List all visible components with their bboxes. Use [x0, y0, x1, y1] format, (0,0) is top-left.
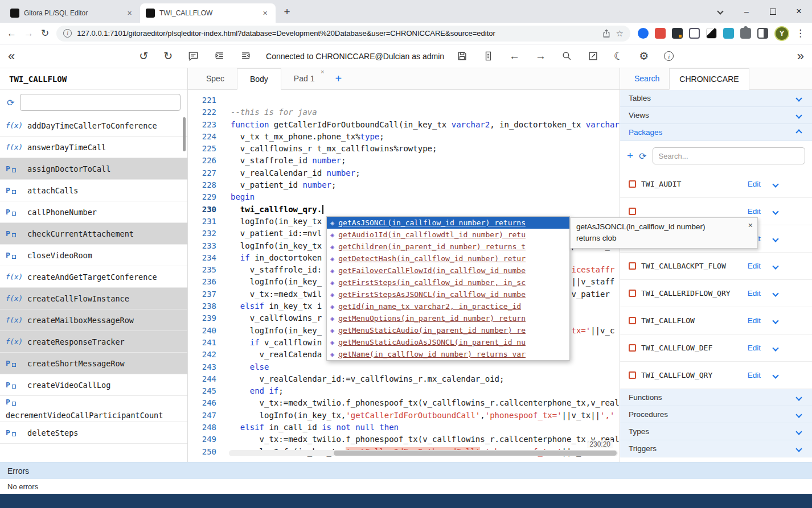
code-line[interactable]: 223function getCallerIdForOutboundCall(i…: [188, 119, 620, 131]
list-item[interactable]: f(x)createCallFlowInstance: [0, 288, 187, 309]
extension-b-icon[interactable]: [672, 28, 683, 39]
indent-right-icon[interactable]: [214, 51, 225, 61]
code-line[interactable]: 229begin: [188, 191, 620, 203]
code-line[interactable]: 243 else: [188, 361, 620, 373]
refresh-list-icon[interactable]: ⟳: [7, 97, 14, 108]
list-item[interactable]: PdecrementVideoCallParticipantCount: [0, 396, 187, 422]
autocomplete-item[interactable]: ◈getMenuOptions(in_parent_id number) ret…: [327, 312, 569, 324]
autocomplete-item[interactable]: ◈getChildren(in_parent_id number) return…: [327, 241, 569, 253]
package-row[interactable]: TWI_CALLFLOW_DEFEdit: [620, 334, 812, 362]
navigate-back-icon[interactable]: ←: [509, 50, 520, 63]
bookmark-star-icon[interactable]: ☆: [616, 28, 624, 39]
chevron-down-icon[interactable]: [772, 317, 778, 324]
package-row[interactable]: TWI_AUDITEdit: [620, 171, 812, 198]
list-item[interactable]: PcloseVideoRoom: [0, 245, 187, 266]
chevron-down-icon[interactable]: [772, 236, 778, 242]
code-line[interactable]: 226 v_staffrole_id number;: [188, 155, 620, 167]
chevron-down-icon[interactable]: [772, 372, 778, 378]
settings-gear-icon[interactable]: ⚙: [639, 49, 649, 63]
autocomplete-item[interactable]: ◈getDetectHash(in_callflow_id number) re…: [327, 253, 569, 265]
close-pad-icon[interactable]: ×: [321, 68, 324, 75]
dark-mode-moon-icon[interactable]: ☾: [614, 49, 624, 63]
new-tab-button[interactable]: +: [279, 4, 295, 20]
section-functions[interactable]: Functions: [620, 389, 812, 406]
section-procedures[interactable]: Procedures: [620, 406, 812, 423]
autocomplete-item[interactable]: ◈getFirstStepsAsJSONCL(in_callflow_id nu…: [327, 288, 569, 300]
package-row[interactable]: TWI_CALLERIDFLOW_QRYEdit: [620, 280, 812, 307]
chevron-down-icon[interactable]: [795, 95, 802, 101]
package-edit-button[interactable]: Edit: [748, 207, 761, 216]
forward-icon[interactable]: →: [24, 28, 34, 39]
edit-in-window-icon[interactable]: [588, 51, 598, 61]
package-edit-button[interactable]: Edit: [748, 316, 761, 325]
package-edit-button[interactable]: Edit: [748, 289, 761, 298]
extension-red-icon[interactable]: [655, 28, 666, 39]
autocomplete-item[interactable]: ◈getMenuStaticAudioAsJSONCL(in_parent_id…: [327, 336, 569, 348]
navigate-forward-icon[interactable]: →: [535, 50, 546, 63]
close-tab-icon[interactable]: ×: [260, 9, 270, 18]
refresh-packages-icon[interactable]: ⟳: [639, 151, 646, 162]
list-item[interactable]: f(x)createResponseTracker: [0, 331, 187, 353]
save-icon[interactable]: [457, 51, 467, 61]
comment-icon[interactable]: [188, 51, 199, 61]
autocomplete-item[interactable]: ◈getName(in_callflow_id number) returns …: [327, 348, 569, 360]
packages-search-input[interactable]: [653, 147, 805, 164]
tab-search-chevron-icon[interactable]: [707, 0, 733, 23]
list-item[interactable]: PcheckCurrentAttachement: [0, 223, 187, 245]
maximize-button[interactable]: [760, 0, 786, 23]
tab-spec[interactable]: Spec: [194, 68, 237, 89]
list-item[interactable]: f(x)createAndGetTargetConference: [0, 266, 187, 288]
code-line[interactable]: 228 v_patient_id number;: [188, 179, 620, 191]
info-icon[interactable]: i: [664, 51, 674, 61]
list-item[interactable]: f(x)answerDayTimeCall: [0, 137, 187, 158]
section-triggers[interactable]: Triggers: [620, 440, 812, 457]
code-line[interactable]: 222--this is for java: [188, 106, 620, 118]
chevron-down-icon[interactable]: [795, 428, 802, 435]
list-item[interactable]: PcreateVideoCallLog: [0, 374, 187, 396]
close-tooltip-icon[interactable]: ×: [748, 220, 753, 231]
tab-search[interactable]: Search: [625, 68, 669, 89]
autocomplete-item[interactable]: ◈getId(in_name_tx varchar2, in_practice_…: [327, 300, 569, 312]
package-edit-button[interactable]: Edit: [748, 180, 761, 188]
list-item[interactable]: f(x)addDayTimeCallerToConference: [0, 115, 187, 137]
expand-toolbar-icon[interactable]: »: [797, 49, 804, 64]
chevron-down-icon[interactable]: [772, 208, 778, 214]
close-tab-icon[interactable]: ×: [125, 9, 134, 18]
tab-body[interactable]: Body: [237, 68, 281, 90]
page-info-icon[interactable]: i: [63, 29, 72, 38]
chevron-up-icon[interactable]: [795, 129, 802, 135]
code-line[interactable]: 245 end if;: [188, 385, 620, 397]
code-line[interactable]: 221: [188, 94, 620, 106]
chevron-down-icon[interactable]: [795, 112, 802, 118]
chevron-down-icon[interactable]: [795, 445, 802, 452]
autocomplete-item[interactable]: ◈getFirstSteps(in_callflow_id number, in…: [327, 276, 569, 288]
close-window-button[interactable]: ×: [786, 0, 812, 23]
profile-avatar[interactable]: Y: [774, 26, 789, 41]
horizontal-scrollbar[interactable]: [229, 450, 618, 456]
package-row[interactable]: TWI_CALLFLOWEdit: [620, 307, 812, 334]
extensions-puzzle-icon[interactable]: [740, 28, 751, 39]
errors-panel-header[interactable]: Errors: [0, 462, 812, 479]
tab-pad1[interactable]: Pad 1 ×: [281, 68, 327, 89]
autocomplete-item[interactable]: ◈getAsJSONCL(in_callflow_id number) retu…: [327, 217, 569, 229]
code-line[interactable]: 246 v_tx:=medx_twilio.f_phonespoof_tx(v_…: [188, 397, 620, 409]
add-pad-button[interactable]: +: [327, 72, 350, 85]
minimize-button[interactable]: –: [733, 0, 760, 23]
list-item[interactable]: f(x)createMailboxMessageRow: [0, 309, 187, 331]
code-line[interactable]: 224 v_tx t_mx_phone.phone_tx%type;: [188, 131, 620, 143]
scrollbar-thumb[interactable]: [334, 451, 617, 456]
code-line[interactable]: 247 logInfo(in_key_tx,'getCallerIdForOut…: [188, 410, 620, 422]
autocomplete-item[interactable]: ◈getFailoverCallFlowId(in_callflow_id nu…: [327, 265, 569, 276]
code-line[interactable]: 248 elsif in_call_id is not null then: [188, 422, 620, 433]
code-line[interactable]: 230 twi_callflow_qry.: [188, 204, 620, 216]
split-screen-icon[interactable]: [757, 28, 768, 39]
share-icon[interactable]: [602, 29, 611, 38]
url-text[interactable]: 127.0.0.1:7101/gitoraeditor/plsqleditor-…: [77, 29, 596, 38]
list-item[interactable]: PdeleteSteps: [0, 422, 187, 444]
code-line[interactable]: 249 v_tx:=medx_twilio.f_phonespoof_tx(v_…: [188, 433, 620, 445]
sidebar-scrollbar[interactable]: [183, 117, 186, 151]
sidebar-filter-input[interactable]: [20, 94, 181, 111]
back-icon[interactable]: ←: [7, 28, 17, 39]
add-package-icon[interactable]: +: [627, 150, 633, 162]
browser-tab-twi-callflow[interactable]: TWI_CALLFLOW ×: [140, 3, 276, 23]
